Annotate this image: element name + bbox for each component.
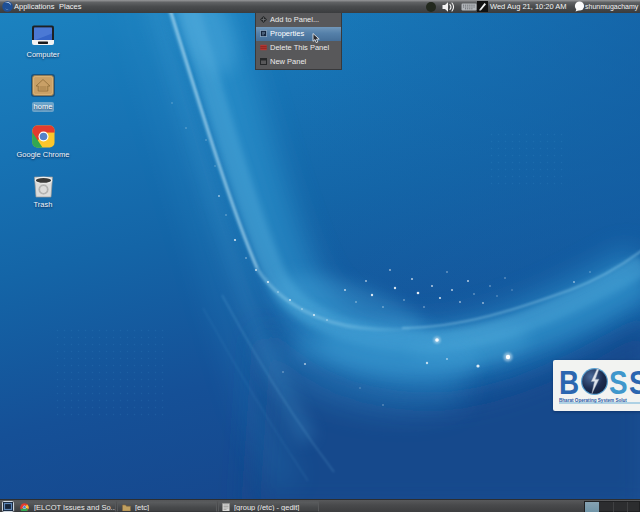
svg-text:Bharat Operating System Solut: Bharat Operating System Solut bbox=[559, 398, 627, 403]
svg-text:S: S bbox=[629, 363, 640, 401]
svg-text:S: S bbox=[609, 363, 628, 401]
svg-text:B: B bbox=[559, 363, 579, 401]
